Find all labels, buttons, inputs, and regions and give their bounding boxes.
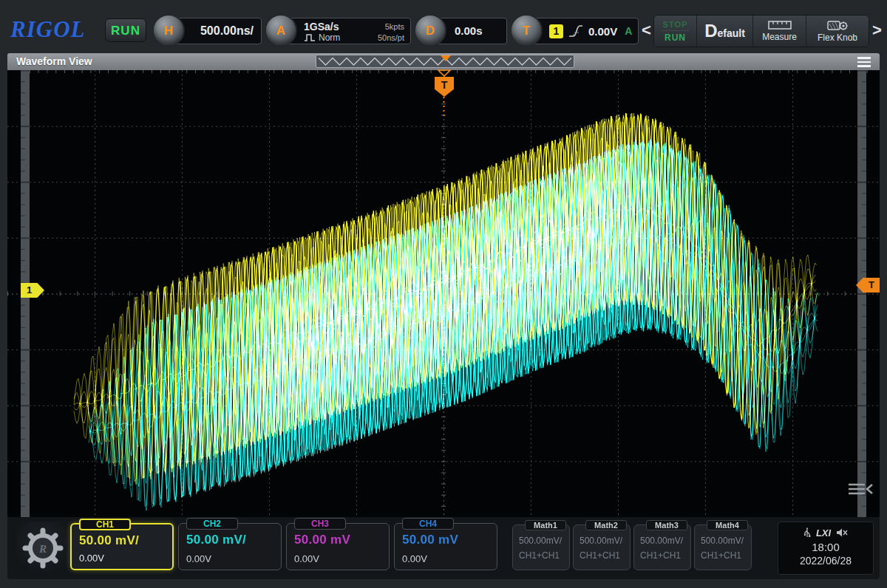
channel-box-ch3[interactable]: CH3 50.00 mV 0.00V [286,523,390,570]
horizontal-knob[interactable]: H [152,14,185,47]
trigger-knob[interactable]: T [510,14,543,47]
waveform-view-titlebar: Waveform View [7,53,880,70]
record-preview-strip[interactable] [316,55,574,68]
sample-rate: 1GSa/s [304,21,339,33]
knob-gear-icon [826,19,849,31]
channel-box-ch4[interactable]: CH4 50.00 mV 0.00V [394,523,497,570]
ch1-scale: 50.00 mV/ [79,533,139,548]
acquisition-info[interactable]: 1GSa/s 5kpts Norm 50ns/pt [281,18,411,44]
menu-icon[interactable] [857,57,871,69]
math3-scale: 500.00mV/ [640,536,690,546]
flex-knob-button[interactable]: Flex Knob [806,16,869,47]
run-label: RUN [665,33,686,43]
math-box-math1[interactable]: Math1 500.00mV/ CH1+CH1 [512,524,570,570]
math4-expression: CH1+CH1 [701,550,751,561]
gear-icon: R [20,525,66,571]
channel-tab-ch3[interactable]: CH3 [294,518,346,530]
toolbar-prev-button[interactable]: < [642,21,651,40]
measure-label: Measure [762,32,797,42]
results-panel-collapse-icon[interactable] [847,482,875,496]
trigger-source-chip: 1 [549,24,563,38]
channel-tab-ch1[interactable]: CH1 [79,519,131,530]
math2-expression: CH1+CH1 [580,550,630,561]
waveform-plot-area: T 1 T [7,70,880,517]
view-title: Waveform View [16,55,92,67]
acquisition-mode: Norm [304,33,340,43]
trigger-sweep-mode: A [625,25,632,37]
oscilloscope-screen: RIGOL RUN H 500.00ns/ A 1GSa/s 5kpts Nor… [0,0,887,588]
ch2-offset: 0.00V [186,553,211,564]
waveform-display[interactable] [7,70,880,517]
math4-tab[interactable]: Math4 [707,520,748,530]
ch3-scale: 50.00 mV [294,533,350,547]
lxi-badge: LXI [816,527,831,539]
svg-text:R: R [38,543,47,555]
settings-gear-button[interactable]: R [16,522,69,575]
trigger-position-outline-icon [437,69,452,78]
system-status-box: LXI 18:00 2022/06/28 [778,522,874,575]
ch3-offset: 0.00V [294,553,319,564]
pulse-icon [304,33,316,42]
ch1-offset: 0.00V [79,553,104,564]
memory-depth: 5kpts [385,22,404,31]
toolbar-next-button[interactable]: > [872,21,882,40]
clock-time: 18:00 [812,541,840,553]
math4-scale: 500.00mV/ [701,536,751,546]
speaker-muted-icon [836,527,848,538]
math-box-math4[interactable]: Math4 500.00mV/ CH1+CH1 [694,524,752,570]
math3-tab[interactable]: Math3 [646,520,687,530]
usb-icon [803,527,811,539]
acquisition-knob[interactable]: A [265,14,297,47]
trigger-level-value: 0.00V [588,25,617,38]
math1-scale: 500.00mV/ [519,536,569,546]
default-initial: D [704,21,717,41]
run-status-badge[interactable]: RUN [105,18,146,42]
sample-interval: 50ns/pt [378,33,404,42]
stop-label: STOP [663,20,688,29]
math3-expression: CH1+CH1 [640,550,690,561]
measure-button[interactable]: Measure [753,16,806,47]
stop-run-button[interactable]: STOP RUN [654,16,697,47]
rigol-logo: RIGOL [10,16,85,43]
math2-scale: 500.00mV/ [580,536,630,546]
rising-edge-icon [568,23,584,39]
math1-tab[interactable]: Math1 [525,520,566,530]
ch2-scale: 50.00 mV/ [186,533,246,547]
channel-box-ch1[interactable]: CH1 50.00 mV/ 0.00V [70,523,174,570]
divider [662,30,690,31]
top-status-bar: RIGOL RUN H 500.00ns/ A 1GSa/s 5kpts Nor… [7,7,880,52]
math-box-math2[interactable]: Math2 500.00mV/ CH1+CH1 [573,524,631,570]
channel-tab-ch4[interactable]: CH4 [402,518,454,530]
trigger-info[interactable]: 1 0.00V A [526,18,639,44]
math1-expression: CH1+CH1 [519,550,569,561]
channel-status-bar: R CH1 50.00 mV/ 0.00V CH2 50.00 mV/ 0.00… [7,517,880,579]
delay-knob[interactable]: D [414,14,446,47]
default-button[interactable]: Default [697,16,753,47]
math2-tab[interactable]: Math2 [585,520,627,530]
ch4-scale: 50.00 mV [402,533,458,547]
clock-date: 2022/06/28 [800,555,852,567]
quick-toolbar: STOP RUN Default Measure [653,15,869,47]
channel-tab-ch2[interactable]: CH2 [186,518,238,530]
ruler-icon [768,20,792,30]
ch4-offset: 0.00V [402,553,427,564]
default-rest: efault [718,27,745,39]
preview-trigger-position-icon[interactable] [441,55,451,61]
math-box-math3[interactable]: Math3 500.00mV/ CH1+CH1 [633,524,691,570]
channel-box-ch2[interactable]: CH2 50.00 mV/ 0.00V [178,523,282,570]
flex-knob-label: Flex Knob [818,33,857,43]
